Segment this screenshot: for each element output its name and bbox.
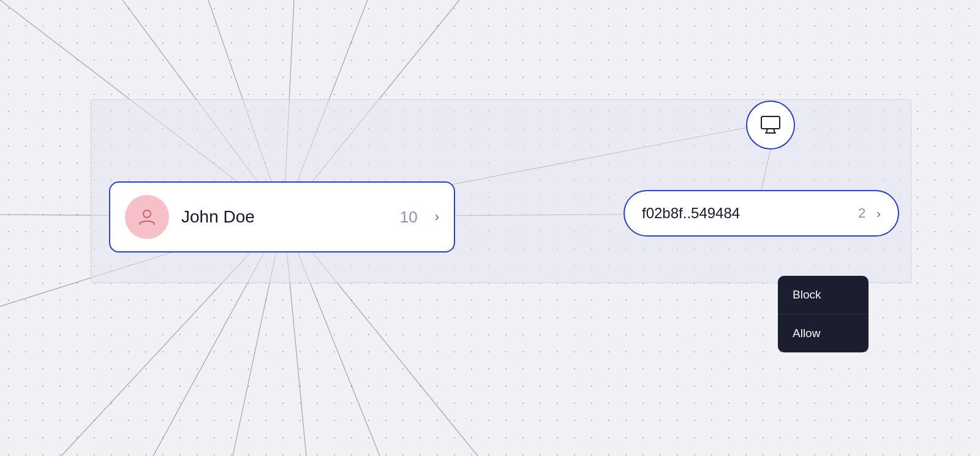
hash-node[interactable]: f02b8f..549484 2 › <box>624 190 899 237</box>
person-icon <box>136 206 158 228</box>
svg-rect-18 <box>761 116 780 129</box>
svg-line-19 <box>766 129 767 133</box>
user-count: 10 <box>400 208 418 227</box>
allow-menu-item[interactable]: Allow <box>778 314 869 352</box>
hash-count: 2 <box>858 205 865 221</box>
block-menu-item[interactable]: Block <box>778 276 869 314</box>
user-name: John Doe <box>181 207 388 227</box>
svg-line-20 <box>774 129 775 133</box>
device-node[interactable] <box>746 101 795 150</box>
avatar <box>125 195 169 239</box>
context-menu: Block Allow <box>778 276 869 352</box>
hash-text: f02b8f..549484 <box>642 205 851 222</box>
monitor-icon <box>759 113 782 137</box>
user-chevron-icon: › <box>435 209 439 225</box>
user-node[interactable]: John Doe 10 › <box>109 181 455 253</box>
hash-chevron-icon: › <box>876 207 881 221</box>
svg-point-17 <box>143 210 151 218</box>
